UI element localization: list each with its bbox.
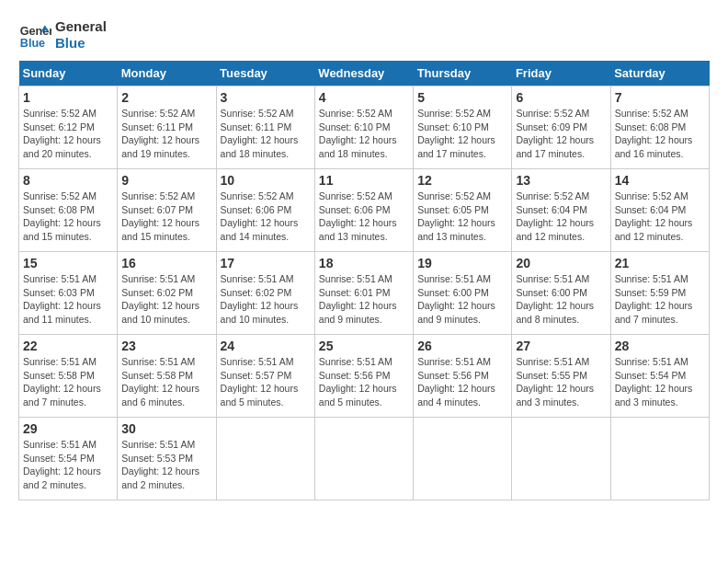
day-number: 25 [319, 339, 409, 353]
day-info: Sunrise: 5:51 AMSunset: 5:56 PMDaylight:… [417, 355, 507, 409]
day-cell-22: 22Sunrise: 5:51 AMSunset: 5:58 PMDayligh… [19, 335, 118, 418]
svg-text:Blue: Blue [20, 37, 45, 50]
calendar-header-row: SundayMondayTuesdayWednesdayThursdayFrid… [19, 61, 710, 86]
day-cell-23: 23Sunrise: 5:51 AMSunset: 5:58 PMDayligh… [118, 335, 216, 418]
day-cell-24: 24Sunrise: 5:51 AMSunset: 5:57 PMDayligh… [216, 335, 314, 418]
weekday-header-saturday: Saturday [610, 61, 709, 86]
calendar-week-5: 29Sunrise: 5:51 AMSunset: 5:54 PMDayligh… [19, 418, 710, 500]
day-cell-13: 13Sunrise: 5:52 AMSunset: 6:04 PMDayligh… [512, 169, 610, 252]
day-info: Sunrise: 5:52 AMSunset: 6:12 PMDaylight:… [23, 107, 113, 161]
empty-cell [610, 418, 709, 500]
day-info: Sunrise: 5:52 AMSunset: 6:11 PMDaylight:… [221, 107, 311, 161]
day-cell-11: 11Sunrise: 5:52 AMSunset: 6:06 PMDayligh… [314, 169, 413, 252]
day-info: Sunrise: 5:51 AMSunset: 5:56 PMDaylight:… [319, 355, 409, 409]
day-info: Sunrise: 5:52 AMSunset: 6:04 PMDaylight:… [516, 190, 606, 244]
day-info: Sunrise: 5:51 AMSunset: 5:53 PMDaylight:… [121, 438, 211, 492]
day-info: Sunrise: 5:51 AMSunset: 5:59 PMDaylight:… [615, 272, 705, 327]
day-number: 8 [23, 173, 113, 188]
page-header: General Blue General Blue [18, 18, 710, 52]
day-cell-30: 30Sunrise: 5:51 AMSunset: 5:53 PMDayligh… [118, 418, 216, 500]
day-number: 14 [615, 173, 705, 188]
day-cell-25: 25Sunrise: 5:51 AMSunset: 5:56 PMDayligh… [314, 335, 413, 418]
day-cell-20: 20Sunrise: 5:51 AMSunset: 6:00 PMDayligh… [512, 252, 610, 335]
empty-cell [216, 418, 314, 500]
day-number: 9 [121, 173, 211, 188]
day-number: 22 [23, 339, 113, 353]
calendar-week-2: 8Sunrise: 5:52 AMSunset: 6:08 PMDaylight… [19, 169, 710, 252]
day-cell-14: 14Sunrise: 5:52 AMSunset: 6:04 PMDayligh… [610, 169, 709, 252]
day-number: 5 [417, 90, 507, 105]
day-cell-16: 16Sunrise: 5:51 AMSunset: 6:02 PMDayligh… [118, 252, 216, 335]
day-cell-2: 2Sunrise: 5:52 AMSunset: 6:11 PMDaylight… [118, 86, 216, 169]
day-cell-6: 6Sunrise: 5:52 AMSunset: 6:09 PMDaylight… [512, 86, 610, 169]
logo-line1: General [55, 18, 107, 35]
day-info: Sunrise: 5:51 AMSunset: 5:54 PMDaylight:… [615, 355, 705, 409]
day-cell-26: 26Sunrise: 5:51 AMSunset: 5:56 PMDayligh… [414, 335, 512, 418]
day-number: 26 [417, 339, 507, 353]
day-info: Sunrise: 5:52 AMSunset: 6:04 PMDaylight:… [615, 190, 705, 244]
day-cell-18: 18Sunrise: 5:51 AMSunset: 6:01 PMDayligh… [314, 252, 413, 335]
day-cell-17: 17Sunrise: 5:51 AMSunset: 6:02 PMDayligh… [216, 252, 314, 335]
logo-icon: General Blue [18, 18, 51, 52]
calendar-table: SundayMondayTuesdayWednesdayThursdayFrid… [18, 61, 710, 500]
day-info: Sunrise: 5:52 AMSunset: 6:10 PMDaylight:… [417, 107, 507, 161]
calendar-week-4: 22Sunrise: 5:51 AMSunset: 5:58 PMDayligh… [19, 335, 710, 418]
weekday-header-tuesday: Tuesday [216, 61, 314, 86]
weekday-header-monday: Monday [118, 61, 216, 86]
day-info: Sunrise: 5:51 AMSunset: 6:00 PMDaylight:… [516, 272, 606, 327]
empty-cell [512, 418, 610, 500]
day-number: 24 [221, 339, 311, 353]
day-cell-3: 3Sunrise: 5:52 AMSunset: 6:11 PMDaylight… [216, 86, 314, 169]
day-cell-10: 10Sunrise: 5:52 AMSunset: 6:06 PMDayligh… [216, 169, 314, 252]
day-info: Sunrise: 5:51 AMSunset: 6:03 PMDaylight:… [23, 272, 113, 327]
day-cell-5: 5Sunrise: 5:52 AMSunset: 6:10 PMDaylight… [414, 86, 512, 169]
day-info: Sunrise: 5:51 AMSunset: 6:02 PMDaylight:… [121, 272, 211, 327]
day-number: 20 [516, 256, 606, 270]
day-number: 17 [221, 256, 311, 270]
day-cell-9: 9Sunrise: 5:52 AMSunset: 6:07 PMDaylight… [118, 169, 216, 252]
day-info: Sunrise: 5:51 AMSunset: 6:02 PMDaylight:… [221, 272, 311, 327]
day-info: Sunrise: 5:52 AMSunset: 6:05 PMDaylight:… [417, 190, 507, 244]
day-info: Sunrise: 5:51 AMSunset: 6:01 PMDaylight:… [319, 272, 409, 327]
day-cell-8: 8Sunrise: 5:52 AMSunset: 6:08 PMDaylight… [19, 169, 118, 252]
day-info: Sunrise: 5:51 AMSunset: 5:55 PMDaylight:… [516, 355, 606, 409]
day-number: 15 [23, 256, 113, 270]
day-number: 6 [516, 90, 606, 105]
day-number: 16 [121, 256, 211, 270]
empty-cell [414, 418, 512, 500]
day-number: 19 [417, 256, 507, 270]
day-number: 29 [23, 421, 113, 436]
weekday-header-friday: Friday [512, 61, 610, 86]
day-info: Sunrise: 5:52 AMSunset: 6:07 PMDaylight:… [121, 190, 211, 244]
day-info: Sunrise: 5:52 AMSunset: 6:06 PMDaylight:… [319, 190, 409, 244]
day-info: Sunrise: 5:51 AMSunset: 5:58 PMDaylight:… [23, 355, 113, 409]
calendar-week-3: 15Sunrise: 5:51 AMSunset: 6:03 PMDayligh… [19, 252, 710, 335]
day-cell-15: 15Sunrise: 5:51 AMSunset: 6:03 PMDayligh… [19, 252, 118, 335]
day-number: 21 [615, 256, 705, 270]
logo-line2: Blue [55, 35, 107, 52]
day-number: 27 [516, 339, 606, 353]
day-info: Sunrise: 5:51 AMSunset: 6:00 PMDaylight:… [417, 272, 507, 327]
day-number: 12 [417, 173, 507, 188]
day-info: Sunrise: 5:52 AMSunset: 6:10 PMDaylight:… [319, 107, 409, 161]
day-info: Sunrise: 5:52 AMSunset: 6:08 PMDaylight:… [23, 190, 113, 244]
day-number: 28 [615, 339, 705, 353]
day-cell-27: 27Sunrise: 5:51 AMSunset: 5:55 PMDayligh… [512, 335, 610, 418]
day-cell-28: 28Sunrise: 5:51 AMSunset: 5:54 PMDayligh… [610, 335, 709, 418]
day-info: Sunrise: 5:52 AMSunset: 6:08 PMDaylight:… [615, 107, 705, 161]
day-number: 11 [319, 173, 409, 188]
weekday-header-wednesday: Wednesday [314, 61, 413, 86]
day-number: 4 [319, 90, 409, 105]
day-cell-19: 19Sunrise: 5:51 AMSunset: 6:00 PMDayligh… [414, 252, 512, 335]
day-number: 30 [121, 421, 211, 436]
day-info: Sunrise: 5:51 AMSunset: 5:54 PMDaylight:… [23, 438, 113, 492]
day-number: 7 [615, 90, 705, 105]
day-info: Sunrise: 5:52 AMSunset: 6:11 PMDaylight:… [121, 107, 211, 161]
day-cell-29: 29Sunrise: 5:51 AMSunset: 5:54 PMDayligh… [19, 418, 118, 500]
weekday-header-thursday: Thursday [414, 61, 512, 86]
day-number: 1 [23, 90, 113, 105]
day-cell-12: 12Sunrise: 5:52 AMSunset: 6:05 PMDayligh… [414, 169, 512, 252]
day-number: 2 [121, 90, 211, 105]
day-cell-1: 1Sunrise: 5:52 AMSunset: 6:12 PMDaylight… [19, 86, 118, 169]
day-number: 3 [221, 90, 311, 105]
